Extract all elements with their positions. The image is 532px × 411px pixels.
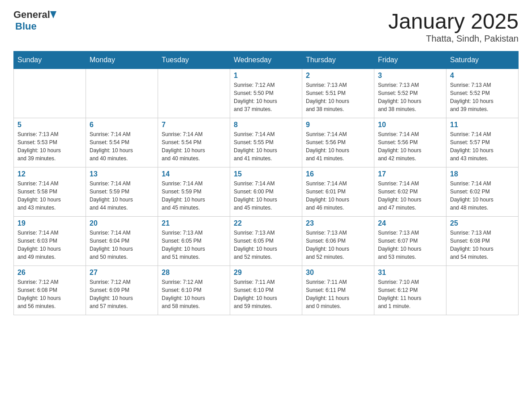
calendar-week-row: 1Sunrise: 7:12 AM Sunset: 5:50 PM Daylig…	[14, 69, 519, 118]
day-info: Sunrise: 7:14 AM Sunset: 5:55 PM Dayligh…	[234, 130, 298, 163]
calendar-cell: 20Sunrise: 7:14 AM Sunset: 6:04 PM Dayli…	[86, 217, 158, 266]
calendar-cell: 29Sunrise: 7:11 AM Sunset: 6:10 PM Dayli…	[230, 266, 302, 315]
calendar-cell: 5Sunrise: 7:13 AM Sunset: 5:53 PM Daylig…	[14, 118, 86, 167]
calendar-cell: 15Sunrise: 7:14 AM Sunset: 6:00 PM Dayli…	[230, 167, 302, 217]
calendar-cell: 2Sunrise: 7:13 AM Sunset: 5:51 PM Daylig…	[302, 69, 374, 118]
calendar-cell: 7Sunrise: 7:14 AM Sunset: 5:54 PM Daylig…	[158, 118, 230, 167]
page-header: General Blue January 2025 Thatta, Sindh,…	[13, 9, 519, 44]
calendar-cell: 3Sunrise: 7:13 AM Sunset: 5:52 PM Daylig…	[374, 69, 446, 118]
day-info: Sunrise: 7:13 AM Sunset: 6:07 PM Dayligh…	[378, 229, 442, 261]
calendar-cell: 19Sunrise: 7:14 AM Sunset: 6:03 PM Dayli…	[14, 217, 86, 266]
calendar-cell	[158, 69, 230, 118]
day-info: Sunrise: 7:11 AM Sunset: 6:11 PM Dayligh…	[306, 278, 370, 310]
day-info: Sunrise: 7:13 AM Sunset: 6:05 PM Dayligh…	[234, 229, 298, 261]
day-number: 9	[306, 121, 370, 129]
day-number: 26	[17, 269, 82, 277]
calendar-title: January 2025	[388, 9, 519, 34]
calendar-cell: 18Sunrise: 7:14 AM Sunset: 6:02 PM Dayli…	[446, 167, 519, 217]
calendar-cell: 25Sunrise: 7:13 AM Sunset: 6:08 PM Dayli…	[446, 217, 519, 266]
calendar-cell	[14, 69, 86, 118]
day-number: 30	[306, 269, 370, 277]
calendar-week-row: 12Sunrise: 7:14 AM Sunset: 5:58 PM Dayli…	[14, 167, 519, 217]
calendar-body: 1Sunrise: 7:12 AM Sunset: 5:50 PM Daylig…	[14, 69, 519, 315]
calendar-week-row: 5Sunrise: 7:13 AM Sunset: 5:53 PM Daylig…	[14, 118, 519, 167]
calendar-day-header: Sunday	[14, 51, 86, 69]
calendar-cell: 28Sunrise: 7:12 AM Sunset: 6:10 PM Dayli…	[158, 266, 230, 315]
calendar-cell: 10Sunrise: 7:14 AM Sunset: 5:56 PM Dayli…	[374, 118, 446, 167]
calendar-cell: 6Sunrise: 7:14 AM Sunset: 5:54 PM Daylig…	[86, 118, 158, 167]
day-number: 23	[306, 219, 370, 227]
calendar-cell: 22Sunrise: 7:13 AM Sunset: 6:05 PM Dayli…	[230, 217, 302, 266]
calendar-day-header: Friday	[374, 51, 446, 69]
day-number: 10	[378, 121, 442, 129]
calendar-table: SundayMondayTuesdayWednesdayThursdayFrid…	[13, 51, 519, 315]
calendar-day-header: Monday	[86, 51, 158, 69]
day-info: Sunrise: 7:12 AM Sunset: 6:10 PM Dayligh…	[162, 278, 226, 310]
day-number: 13	[90, 170, 154, 178]
day-number: 2	[306, 72, 370, 80]
day-info: Sunrise: 7:14 AM Sunset: 6:00 PM Dayligh…	[234, 180, 298, 212]
day-info: Sunrise: 7:13 AM Sunset: 5:53 PM Dayligh…	[17, 130, 82, 163]
calendar-week-row: 19Sunrise: 7:14 AM Sunset: 6:03 PM Dayli…	[14, 217, 519, 266]
day-info: Sunrise: 7:13 AM Sunset: 6:08 PM Dayligh…	[450, 229, 515, 261]
calendar-cell: 13Sunrise: 7:14 AM Sunset: 5:59 PM Dayli…	[86, 167, 158, 217]
day-info: Sunrise: 7:13 AM Sunset: 5:52 PM Dayligh…	[378, 81, 442, 113]
day-number: 11	[450, 121, 515, 129]
day-info: Sunrise: 7:14 AM Sunset: 5:59 PM Dayligh…	[162, 180, 226, 212]
calendar-day-header: Wednesday	[230, 51, 302, 69]
day-info: Sunrise: 7:12 AM Sunset: 5:50 PM Dayligh…	[234, 81, 298, 113]
calendar-cell: 14Sunrise: 7:14 AM Sunset: 5:59 PM Dayli…	[158, 167, 230, 217]
day-info: Sunrise: 7:14 AM Sunset: 5:56 PM Dayligh…	[306, 130, 370, 163]
day-info: Sunrise: 7:13 AM Sunset: 5:52 PM Dayligh…	[450, 81, 515, 113]
calendar-cell: 11Sunrise: 7:14 AM Sunset: 5:57 PM Dayli…	[446, 118, 519, 167]
calendar-cell: 24Sunrise: 7:13 AM Sunset: 6:07 PM Dayli…	[374, 217, 446, 266]
calendar-cell: 26Sunrise: 7:12 AM Sunset: 6:08 PM Dayli…	[14, 266, 86, 315]
calendar-cell: 4Sunrise: 7:13 AM Sunset: 5:52 PM Daylig…	[446, 69, 519, 118]
calendar-cell: 8Sunrise: 7:14 AM Sunset: 5:55 PM Daylig…	[230, 118, 302, 167]
calendar-header-row: SundayMondayTuesdayWednesdayThursdayFrid…	[14, 51, 519, 69]
calendar-cell: 17Sunrise: 7:14 AM Sunset: 6:02 PM Dayli…	[374, 167, 446, 217]
day-number: 7	[162, 121, 226, 129]
calendar-cell: 9Sunrise: 7:14 AM Sunset: 5:56 PM Daylig…	[302, 118, 374, 167]
day-number: 25	[450, 219, 515, 227]
day-info: Sunrise: 7:14 AM Sunset: 6:03 PM Dayligh…	[17, 229, 82, 261]
calendar-cell	[86, 69, 158, 118]
calendar-day-header: Saturday	[446, 51, 519, 69]
day-info: Sunrise: 7:14 AM Sunset: 5:58 PM Dayligh…	[17, 180, 82, 212]
day-number: 4	[450, 72, 515, 80]
day-number: 28	[162, 269, 226, 277]
calendar-week-row: 26Sunrise: 7:12 AM Sunset: 6:08 PM Dayli…	[14, 266, 519, 315]
day-number: 3	[378, 72, 442, 80]
day-number: 15	[234, 170, 298, 178]
day-info: Sunrise: 7:14 AM Sunset: 5:56 PM Dayligh…	[378, 130, 442, 163]
day-info: Sunrise: 7:14 AM Sunset: 6:04 PM Dayligh…	[90, 229, 154, 261]
day-number: 21	[162, 219, 226, 227]
logo-arrow-icon	[50, 11, 56, 18]
calendar-subtitle: Thatta, Sindh, Pakistan	[388, 34, 519, 44]
calendar-cell: 16Sunrise: 7:14 AM Sunset: 6:01 PM Dayli…	[302, 167, 374, 217]
calendar-cell: 31Sunrise: 7:10 AM Sunset: 6:12 PM Dayli…	[374, 266, 446, 315]
day-info: Sunrise: 7:14 AM Sunset: 5:54 PM Dayligh…	[90, 130, 154, 163]
day-number: 20	[90, 219, 154, 227]
svg-marker-0	[50, 11, 56, 18]
day-number: 8	[234, 121, 298, 129]
logo-blue-text: Blue	[15, 21, 37, 32]
day-info: Sunrise: 7:12 AM Sunset: 6:08 PM Dayligh…	[17, 278, 82, 310]
day-number: 27	[90, 269, 154, 277]
day-number: 19	[17, 219, 82, 227]
day-number: 16	[306, 170, 370, 178]
day-number: 31	[378, 269, 442, 277]
calendar-day-header: Thursday	[302, 51, 374, 69]
calendar-cell: 30Sunrise: 7:11 AM Sunset: 6:11 PM Dayli…	[302, 266, 374, 315]
calendar-cell: 23Sunrise: 7:13 AM Sunset: 6:06 PM Dayli…	[302, 217, 374, 266]
day-number: 6	[90, 121, 154, 129]
calendar-cell	[446, 266, 519, 315]
day-number: 29	[234, 269, 298, 277]
day-info: Sunrise: 7:13 AM Sunset: 6:06 PM Dayligh…	[306, 229, 370, 261]
calendar-cell: 21Sunrise: 7:13 AM Sunset: 6:05 PM Dayli…	[158, 217, 230, 266]
calendar-day-header: Tuesday	[158, 51, 230, 69]
calendar-cell: 27Sunrise: 7:12 AM Sunset: 6:09 PM Dayli…	[86, 266, 158, 315]
day-info: Sunrise: 7:13 AM Sunset: 6:05 PM Dayligh…	[162, 229, 226, 261]
day-number: 22	[234, 219, 298, 227]
title-block: January 2025 Thatta, Sindh, Pakistan	[388, 9, 519, 44]
